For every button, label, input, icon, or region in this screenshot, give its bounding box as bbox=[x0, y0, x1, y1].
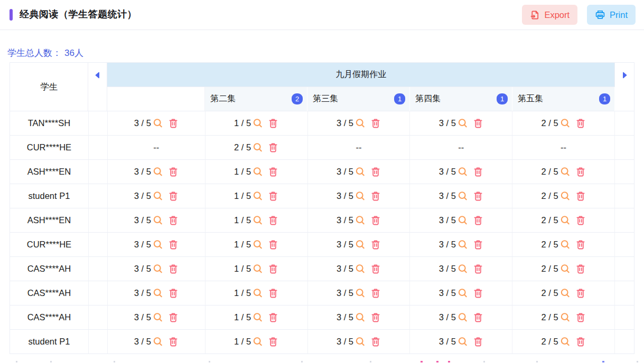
magnifier-icon[interactable] bbox=[153, 337, 163, 347]
trash-icon[interactable] bbox=[575, 312, 586, 323]
magnifier-icon[interactable] bbox=[560, 215, 571, 226]
magnifier-icon[interactable] bbox=[253, 167, 263, 177]
trash-icon[interactable] bbox=[268, 142, 278, 153]
export-button[interactable]: Export bbox=[522, 5, 577, 25]
magnifier-icon[interactable] bbox=[355, 118, 366, 129]
scroll-right-cell[interactable] bbox=[615, 63, 634, 111]
magnifier-icon[interactable] bbox=[458, 167, 468, 177]
trash-icon[interactable] bbox=[575, 240, 586, 250]
trash-icon[interactable] bbox=[168, 191, 179, 202]
magnifier-icon[interactable] bbox=[560, 167, 571, 177]
trash-icon[interactable] bbox=[370, 264, 381, 274]
trash-icon[interactable] bbox=[575, 191, 586, 202]
magnifier-icon[interactable] bbox=[253, 337, 263, 347]
magnifier-icon[interactable] bbox=[253, 312, 263, 323]
magnifier-icon[interactable] bbox=[253, 240, 263, 250]
trash-icon[interactable] bbox=[575, 264, 586, 274]
magnifier-icon[interactable] bbox=[355, 264, 366, 274]
trash-icon[interactable] bbox=[473, 191, 483, 202]
magnifier-icon[interactable] bbox=[355, 337, 366, 347]
print-button[interactable]: Print bbox=[587, 5, 636, 25]
trash-icon[interactable] bbox=[168, 288, 179, 299]
chevron-right-icon[interactable] bbox=[621, 72, 628, 79]
chevron-left-icon[interactable] bbox=[94, 72, 101, 79]
magnifier-icon[interactable] bbox=[153, 167, 163, 177]
magnifier-icon[interactable] bbox=[253, 215, 263, 226]
magnifier-icon[interactable] bbox=[153, 215, 163, 226]
magnifier-icon[interactable] bbox=[560, 118, 571, 129]
trash-icon[interactable] bbox=[370, 167, 381, 177]
trash-icon[interactable] bbox=[268, 288, 278, 299]
magnifier-icon[interactable] bbox=[153, 240, 163, 250]
magnifier-icon[interactable] bbox=[560, 264, 571, 274]
trash-icon[interactable] bbox=[168, 118, 179, 129]
magnifier-icon[interactable] bbox=[458, 240, 468, 250]
trash-icon[interactable] bbox=[473, 240, 483, 250]
magnifier-icon[interactable] bbox=[253, 288, 263, 299]
trash-icon[interactable] bbox=[268, 337, 278, 347]
magnifier-icon[interactable] bbox=[355, 240, 366, 250]
trash-icon[interactable] bbox=[370, 337, 381, 347]
trash-icon[interactable] bbox=[473, 312, 483, 323]
trash-icon[interactable] bbox=[473, 167, 483, 177]
trash-icon[interactable] bbox=[370, 240, 381, 250]
magnifier-icon[interactable] bbox=[458, 191, 468, 202]
magnifier-icon[interactable] bbox=[253, 264, 263, 274]
trash-icon[interactable] bbox=[473, 288, 483, 299]
trash-icon[interactable] bbox=[168, 240, 179, 250]
trash-icon[interactable] bbox=[575, 337, 586, 347]
magnifier-icon[interactable] bbox=[153, 118, 163, 129]
magnifier-icon[interactable] bbox=[458, 215, 468, 226]
magnifier-icon[interactable] bbox=[458, 312, 468, 323]
magnifier-icon[interactable] bbox=[355, 215, 366, 226]
magnifier-icon[interactable] bbox=[560, 191, 571, 202]
magnifier-icon[interactable] bbox=[560, 240, 571, 250]
magnifier-icon[interactable] bbox=[253, 142, 263, 153]
magnifier-icon[interactable] bbox=[153, 312, 163, 323]
trash-icon[interactable] bbox=[473, 215, 483, 226]
trash-icon[interactable] bbox=[370, 118, 381, 129]
trash-icon[interactable] bbox=[370, 191, 381, 202]
magnifier-icon[interactable] bbox=[560, 288, 571, 299]
trash-icon[interactable] bbox=[268, 167, 278, 177]
magnifier-icon[interactable] bbox=[458, 118, 468, 129]
trash-icon[interactable] bbox=[268, 240, 278, 250]
magnifier-icon[interactable] bbox=[355, 191, 366, 202]
trash-icon[interactable] bbox=[370, 215, 381, 226]
trash-icon[interactable] bbox=[168, 167, 179, 177]
trash-icon[interactable] bbox=[473, 337, 483, 347]
magnifier-icon[interactable] bbox=[153, 264, 163, 274]
trash-icon[interactable] bbox=[168, 337, 179, 347]
trash-icon[interactable] bbox=[575, 167, 586, 177]
trash-icon[interactable] bbox=[168, 264, 179, 274]
magnifier-icon[interactable] bbox=[253, 118, 263, 129]
trash-icon[interactable] bbox=[268, 215, 278, 226]
magnifier-icon[interactable] bbox=[153, 191, 163, 202]
student-name: CUR****HE bbox=[27, 240, 71, 250]
magnifier-icon[interactable] bbox=[560, 312, 571, 323]
trash-icon[interactable] bbox=[168, 215, 179, 226]
trash-icon[interactable] bbox=[268, 118, 278, 129]
trash-icon[interactable] bbox=[268, 312, 278, 323]
trash-icon[interactable] bbox=[268, 191, 278, 202]
magnifier-icon[interactable] bbox=[355, 167, 366, 177]
magnifier-icon[interactable] bbox=[355, 312, 366, 323]
score-cell: 3 / 5 bbox=[308, 111, 410, 136]
trash-icon[interactable] bbox=[473, 264, 483, 274]
magnifier-icon[interactable] bbox=[253, 191, 263, 202]
magnifier-icon[interactable] bbox=[458, 288, 468, 299]
trash-icon[interactable] bbox=[168, 312, 179, 323]
magnifier-icon[interactable] bbox=[458, 264, 468, 274]
trash-icon[interactable] bbox=[575, 215, 586, 226]
trash-icon[interactable] bbox=[473, 118, 483, 129]
trash-icon[interactable] bbox=[575, 118, 586, 129]
magnifier-icon[interactable] bbox=[153, 288, 163, 299]
magnifier-icon[interactable] bbox=[458, 337, 468, 347]
magnifier-icon[interactable] bbox=[560, 337, 571, 347]
trash-icon[interactable] bbox=[370, 312, 381, 323]
magnifier-icon[interactable] bbox=[355, 288, 366, 299]
scroll-left-cell[interactable] bbox=[88, 63, 107, 111]
trash-icon[interactable] bbox=[268, 264, 278, 274]
trash-icon[interactable] bbox=[575, 288, 586, 299]
trash-icon[interactable] bbox=[370, 288, 381, 299]
